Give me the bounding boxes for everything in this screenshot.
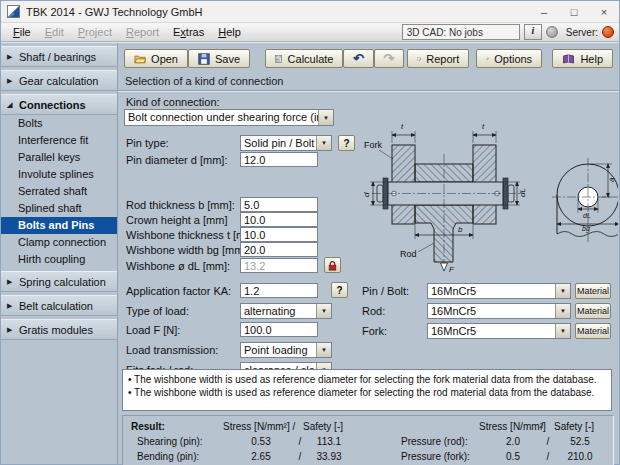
result-label: Shearing (pin): [131, 436, 229, 447]
report-button[interactable]: Report [407, 49, 469, 68]
rod-diagram-label: Rod [400, 249, 417, 259]
pin-bolt-material-select[interactable]: 16MnCr5 ▼ [427, 283, 571, 299]
result-stress: 0.53 [229, 436, 293, 447]
application-factor-help-button[interactable]: ? [331, 282, 348, 298]
sidebar-item-splined-shaft[interactable]: Splined shaft [1, 200, 117, 217]
options-label: Options [494, 53, 532, 65]
sidebar-group-label: Belt calculation [19, 300, 93, 312]
pin-diameter-input[interactable] [240, 152, 318, 167]
sidebar-group-gear-calculation[interactable]: ▶ Gear calculation [1, 70, 117, 91]
help-button[interactable]: Help [552, 49, 613, 68]
wishbone-diameter-lock-button[interactable] [324, 257, 341, 273]
load-input[interactable] [240, 322, 318, 337]
rod-thickness-label: Rod thickness b [mm]: [126, 199, 235, 211]
kind-of-connection-value: Bolt connection under shearing force (in… [125, 110, 318, 125]
pin-type-select[interactable]: Solid pin / Bolt ▼ [240, 135, 332, 151]
dim-dl-right-view: dL [583, 212, 591, 219]
wishbone-thickness-input[interactable] [240, 227, 318, 242]
open-folder-icon [134, 53, 146, 65]
menu-extras[interactable]: Extras [166, 25, 211, 39]
application-factor-input[interactable] [240, 283, 318, 298]
info-button[interactable]: i [524, 24, 542, 40]
result-stress: 0.5 [485, 451, 541, 462]
chevron-down-icon[interactable]: ▼ [316, 136, 331, 150]
save-button[interactable]: Save [188, 49, 250, 68]
result-label: Bending (pin): [131, 451, 229, 462]
sidebar-group-label: Shaft / bearings [19, 51, 96, 63]
type-of-load-select[interactable]: alternating ▼ [240, 303, 332, 319]
toolbar: Open Save [118, 43, 619, 73]
load-transmission-select[interactable]: Point loading ▼ [240, 342, 332, 358]
fork-diagram-label: Fork [364, 140, 383, 150]
rod-material-select[interactable]: 16MnCr5 ▼ [427, 303, 571, 319]
chevron-down-icon[interactable]: ▼ [555, 324, 570, 338]
crown-height-input[interactable] [240, 212, 318, 227]
sidebar-group-label: Spring calculation [19, 276, 106, 288]
close-button[interactable]: × [589, 1, 619, 22]
chevron-down-icon[interactable]: ▼ [316, 304, 331, 318]
menubar: File Edit Project Report Extras Help 3D … [1, 23, 619, 42]
chevron-right-icon: ▶ [7, 326, 14, 334]
rod-material-button[interactable]: Material [575, 303, 611, 319]
sidebar-item-parallel-keys[interactable]: Parallel keys [1, 149, 117, 166]
pin-type-help-button[interactable]: ? [338, 135, 355, 151]
sidebar-group-shaft-bearings[interactable]: ▶ Shaft / bearings [1, 46, 117, 67]
sep: / [287, 421, 301, 432]
sidebar-group-label: Gear calculation [19, 75, 99, 87]
dim-f: F [449, 265, 455, 273]
sidebar-item-hirth-coupling[interactable]: Hirth coupling [1, 251, 117, 268]
fork-material-select[interactable]: 16MnCr5 ▼ [427, 323, 571, 339]
sidebar-group-connections[interactable]: ◢ Connections [1, 94, 117, 115]
wishbone-diameter-input [240, 258, 318, 273]
sidebar-group-belt-calculation[interactable]: ▶ Belt calculation [1, 295, 117, 316]
safety-header-right: Safety [-] [549, 421, 599, 432]
chevron-down-icon[interactable]: ▼ [555, 284, 570, 298]
sidebar-group-gratis-modules[interactable]: ▶ Gratis modules [1, 319, 117, 340]
sidebar-item-bolts-and-pins[interactable]: Bolts and Pins [1, 217, 117, 234]
stress-header-right: Stress [N/mm²] [479, 421, 535, 432]
result-safety: 33.93 [307, 451, 351, 462]
pin-bolt-material-button[interactable]: Material [575, 283, 611, 299]
fork-material-label: Fork: [362, 325, 387, 337]
chevron-down-icon[interactable]: ▼ [318, 110, 333, 125]
maximize-button[interactable]: □ [559, 1, 589, 22]
calculate-label: Calculate [288, 53, 334, 65]
minimize-button[interactable]: – [529, 1, 559, 22]
chevron-down-icon[interactable]: ▼ [316, 343, 331, 357]
calculate-button[interactable]: Calculate [265, 49, 343, 68]
type-of-load-value: alternating [241, 304, 316, 318]
open-button[interactable]: Open [124, 49, 188, 68]
undo-button[interactable]: ↶ [343, 49, 373, 68]
results-row: Bending (pin): 2.65 / 33.93 Pressure (fo… [123, 449, 613, 464]
result-safety: 113.1 [307, 436, 351, 447]
section-header: Selection of a kind of connection [118, 73, 619, 91]
save-label: Save [215, 53, 240, 65]
sidebar-group-label: Gratis modules [19, 324, 93, 336]
menu-file[interactable]: File [6, 25, 38, 39]
redo-button[interactable]: ↷ [374, 49, 404, 68]
wishbone-diameter-label: Wishbone ø dL [mm]: [126, 260, 230, 272]
results-row: Shearing (pin): 0.53 / 113.1 Pressure (r… [123, 434, 613, 449]
options-button[interactable]: Options [476, 49, 542, 68]
sidebar-group-spring-calculation[interactable]: ▶ Spring calculation [1, 271, 117, 292]
sidebar-item-serrated-shaft[interactable]: Serrated shaft [1, 183, 117, 200]
fork-material-button[interactable]: Material [575, 323, 611, 339]
pin-type-label: Pin type: [126, 137, 169, 149]
sidebar-item-involute-splines[interactable]: Involute splines [1, 166, 117, 183]
dim-d: d [362, 192, 371, 197]
kind-of-connection-select[interactable]: Bolt connection under shearing force (in… [124, 109, 334, 126]
wishbone-width-input[interactable] [240, 242, 318, 257]
dim-dl-left-view: dL [518, 188, 527, 197]
report-label: Report [426, 53, 459, 65]
menu-help[interactable]: Help [211, 25, 248, 39]
sidebar-item-interference-fit[interactable]: Interference fit [1, 132, 117, 149]
rod-thickness-input[interactable] [240, 197, 318, 212]
server-label: Server: [566, 27, 598, 38]
sidebar-group-label: Connections [19, 99, 86, 111]
chevron-down-icon[interactable]: ▼ [555, 304, 570, 318]
sidebar-item-clamp-connection[interactable]: Clamp connection [1, 234, 117, 251]
dim-t-right: t [482, 122, 485, 131]
help-label: Help [580, 53, 603, 65]
results-panel: Result: Stress [N/mm²] / Safety [-] Stre… [122, 415, 614, 465]
sidebar-item-bolts[interactable]: Bolts [1, 115, 117, 132]
